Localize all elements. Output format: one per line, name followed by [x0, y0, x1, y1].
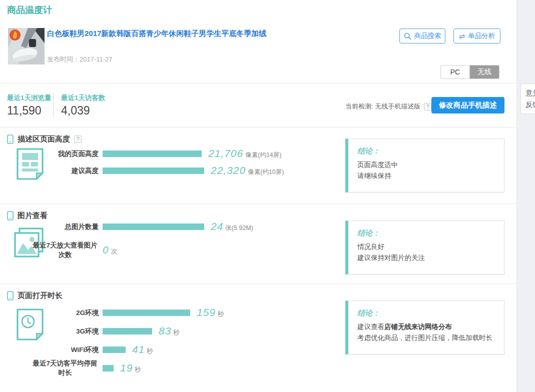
conclusion-box: 结论： 情况良好 建议保持对图片的关注	[345, 220, 504, 274]
metric-value-group: 83秒	[159, 325, 180, 337]
conclusion-title: 结论：	[357, 308, 495, 318]
metric-value: 83	[159, 325, 171, 336]
toggle-pc[interactable]: PC	[441, 66, 470, 78]
conclusion-bold-text: 店铺无线来访网络分布	[384, 323, 452, 330]
phone-icon	[7, 291, 14, 300]
single-item-analysis-button[interactable]: ⇌ 单品分析	[453, 28, 500, 44]
metric-unit: 次	[111, 248, 118, 255]
section-header: 页面打开时长	[7, 291, 63, 300]
publish-label: 发布时间：	[47, 56, 80, 63]
feedback-tab-line2: 反馈	[525, 99, 535, 110]
metric-label: 总图片数量	[0, 222, 99, 232]
metric-label: 最近7天访客平均停留时长	[0, 358, 99, 378]
conclusion-line: 建议保持对图片的关注	[357, 252, 495, 264]
feedback-tab-line1: 意见	[525, 88, 535, 99]
metric-unit: 像素(约10屏)	[248, 168, 284, 176]
product-thumbnail[interactable]	[8, 28, 45, 64]
metric-bar	[103, 346, 126, 353]
right-gutter	[516, 0, 535, 392]
metric-row: 3G环境 83秒	[0, 324, 330, 338]
feedback-tab[interactable]: 意见 反馈	[520, 84, 535, 114]
metric-label: 建议高度	[0, 166, 99, 176]
conclusion-title: 结论：	[357, 228, 495, 238]
metric-value-group: 0次	[103, 244, 117, 256]
metric-unit: 张(5.92M)	[225, 224, 253, 232]
metric-label: WiFi环境	[0, 345, 99, 354]
conclusion-box: 结论： 页面高度适中 请继续保持	[345, 138, 504, 192]
product-search-label: 商品搜索	[414, 32, 441, 40]
stat-views-value: 11,590	[7, 104, 52, 118]
metric-value: 159	[197, 306, 216, 318]
metric-unit: 秒	[135, 366, 141, 373]
metric-row: 2G环境 159秒	[0, 306, 330, 320]
current-detection: 当前检测: 无线手机描述版 ?	[345, 102, 431, 111]
metric-row: WiFi环境 41秒	[0, 342, 330, 356]
metric-label: 我的页面高度	[0, 149, 99, 158]
metric-value-group: 24张(5.92M)	[211, 220, 253, 232]
metric-bar	[103, 168, 204, 174]
metric-row: 最近7天放大查看图片次数 0次	[0, 243, 330, 257]
metric-bar	[103, 310, 190, 316]
metric-bar	[103, 365, 114, 372]
metric-unit: 秒	[147, 348, 153, 354]
section-image-view: 图片查看 总图片数量 24张(5.92M) 最近7天放大查看图片次数 0次 结论…	[0, 204, 516, 284]
section-page-open-duration: 页面打开时长 2G环境 159秒 3G环境 83秒 WiFi环境 41秒 最近7…	[0, 284, 516, 392]
conclusion-box: 结论： 建议查看店铺无线来访网络分布 考虑优化商品，进行图片压缩，降低加载时长	[345, 300, 504, 354]
modify-mobile-description-button[interactable]: 修改商品手机描述	[431, 97, 504, 114]
section-title: 页面打开时长	[18, 291, 63, 300]
stat-visitors-value: 4,039	[61, 104, 106, 118]
metric-value-group: 22,320像素(约10屏)	[211, 164, 284, 176]
publish-date: 2017-11-27	[80, 56, 113, 63]
metric-label: 2G环境	[0, 308, 99, 318]
page-title: 商品温度计	[7, 4, 52, 16]
toggle-wireless[interactable]: 无线	[470, 66, 499, 78]
section-description-height: 描述区页面高度 ? 我的页面高度 21,706像素(约14屏) 建议高度 22,…	[0, 127, 516, 204]
metric-row: 最近7天访客平均停留时长 19秒	[0, 361, 330, 375]
metric-value: 22,320	[211, 164, 246, 176]
metric-row: 总图片数量 24张(5.92M)	[0, 220, 330, 234]
help-icon[interactable]: ?	[424, 103, 431, 110]
metric-bar	[103, 224, 204, 230]
publish-time: 发布时间：2017-11-27	[47, 55, 113, 64]
metric-row: 建议高度 22,320像素(约10屏)	[0, 164, 330, 178]
stat-visitors: 最近1天访客数 4,039	[61, 94, 106, 118]
section-title: 描述区页面高度	[18, 134, 70, 144]
conclusion-title: 结论：	[357, 146, 495, 156]
metric-row: 我的页面高度 21,706像素(约14屏)	[0, 146, 330, 160]
metric-value: 21,706	[208, 148, 243, 159]
product-title-link[interactable]: 白色板鞋男2017新款韩版百搭青少年休闲鞋子男学生平底冬季加绒	[47, 29, 367, 38]
conclusion-line: 请继续保持	[357, 170, 495, 182]
metric-value-group: 41秒	[132, 344, 153, 356]
metric-value: 0	[103, 244, 109, 256]
metric-bar	[103, 328, 152, 334]
exchange-arrows-icon: ⇌	[459, 32, 465, 40]
single-item-analysis-label: 单品分析	[468, 32, 495, 40]
metric-label: 3G环境	[0, 326, 99, 336]
stat-divider	[53, 92, 54, 118]
product-photo	[8, 28, 45, 64]
stat-views: 最近1天浏览量 11,590	[7, 94, 52, 118]
phone-icon	[7, 134, 14, 144]
metric-unit: 秒	[173, 329, 180, 336]
metric-value: 19	[120, 362, 133, 374]
pc-wireless-toggle: PC 无线	[440, 65, 499, 79]
metric-unit: 像素(约14屏)	[245, 152, 281, 158]
stat-visitors-label: 最近1天访客数	[61, 94, 106, 102]
conclusion-line: 建议查看店铺无线来访网络分布	[357, 322, 495, 332]
metric-value-group: 21,706像素(约14屏)	[208, 148, 281, 160]
current-detection-label: 当前检测: 无线手机描述版	[345, 102, 420, 111]
metric-value-group: 19秒	[120, 362, 141, 374]
metric-value-group: 159秒	[197, 306, 224, 318]
search-icon	[404, 32, 411, 40]
metric-unit: 秒	[218, 310, 224, 318]
metric-label: 最近7天放大查看图片次数	[0, 240, 99, 260]
stat-views-label: 最近1天浏览量	[7, 94, 52, 102]
conclusion-line: 页面高度适中	[357, 160, 495, 170]
help-icon[interactable]: ?	[74, 136, 82, 143]
stats-row: 最近1天浏览量 11,590 最近1天访客数 4,039 当前检测: 无线手机描…	[0, 83, 516, 127]
conclusion-line: 情况良好	[357, 242, 495, 252]
product-search-button[interactable]: 商品搜索	[399, 28, 445, 44]
metric-bar	[103, 150, 202, 157]
metric-value: 41	[132, 344, 145, 355]
section-header: 描述区页面高度 ?	[7, 134, 82, 144]
